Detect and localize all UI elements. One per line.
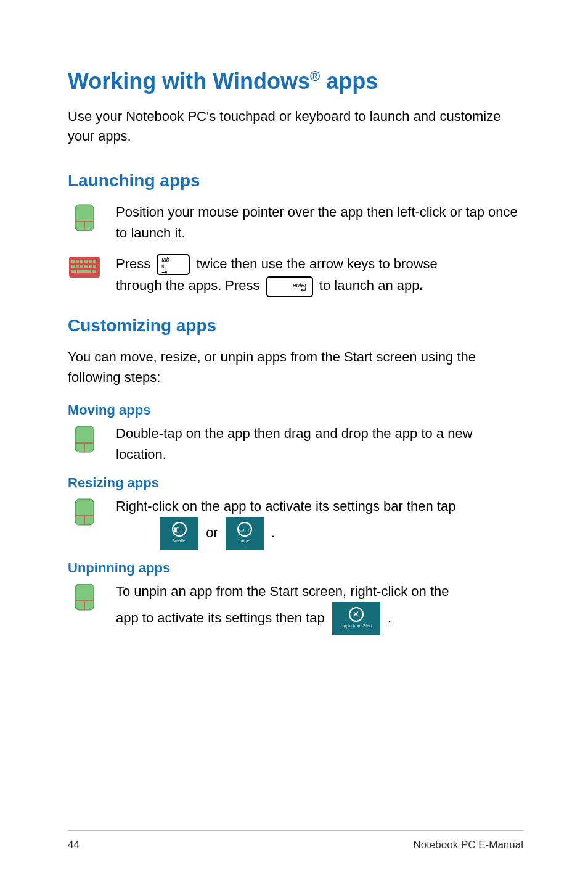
kb-text-1b: twice then use the arrow keys to browse	[192, 256, 437, 271]
touchpad-icon	[68, 581, 101, 611]
smaller-tile-icon: ◧← Smaller	[160, 517, 198, 550]
title-part1: Working with Windows	[68, 68, 310, 94]
unpinning-heading: Unpinning apps	[68, 560, 523, 576]
page-title: Working with Windows® apps	[68, 68, 523, 94]
resizing-text-a: Right-click on the app to activate its s…	[116, 498, 456, 514]
customizing-intro: You can move, resize, or unpin apps from…	[68, 347, 523, 387]
svg-rect-7	[84, 260, 88, 263]
unpinning-period: .	[388, 610, 391, 625]
touchpad-icon	[68, 423, 101, 453]
svg-rect-15	[93, 265, 96, 268]
svg-rect-14	[89, 265, 92, 268]
launching-keyboard-content: Press ⇤⇥ twice then use the arrow keys t…	[116, 254, 523, 297]
resizing-row: Right-click on the app to activate its s…	[68, 496, 523, 550]
unpinning-text-a: To unpin an app from the Start screen, r…	[116, 584, 449, 599]
launching-mouse-row: Position your mouse pointer over the app…	[68, 202, 523, 244]
page-number: 44	[68, 839, 80, 851]
touchpad-icon	[68, 202, 101, 231]
resizing-content: Right-click on the app to activate its s…	[116, 496, 523, 550]
keyboard-icon	[68, 254, 101, 278]
svg-rect-6	[80, 260, 83, 263]
svg-rect-17	[77, 270, 91, 273]
launching-heading: Launching apps	[68, 171, 523, 191]
unpinning-text-b: app to activate its settings then tap	[116, 610, 329, 625]
moving-row: Double-tap on the app then drag and drop…	[68, 423, 523, 465]
svg-rect-8	[89, 260, 92, 263]
svg-rect-11	[76, 265, 79, 268]
unpinning-content: To unpin an app from the Start screen, r…	[116, 581, 523, 635]
tab-key-icon: ⇤⇥	[157, 254, 190, 275]
kb-text-1a: Press	[116, 256, 154, 271]
unpin-tile-icon: ✕ Unpin from Start	[332, 602, 380, 635]
kb-text-2a: through the apps. Press	[116, 278, 264, 293]
kb-period: .	[420, 278, 423, 293]
svg-rect-9	[93, 260, 96, 263]
svg-rect-12	[80, 265, 83, 268]
customizing-heading: Customizing apps	[68, 316, 523, 336]
page-footer: 44 Notebook PC E-Manual	[68, 830, 523, 851]
svg-rect-18	[92, 270, 96, 273]
touchpad-icon	[68, 496, 101, 526]
footer-label: Notebook PC E-Manual	[413, 839, 523, 851]
enter-key-icon: ↵	[266, 276, 313, 297]
svg-rect-5	[76, 260, 79, 263]
resizing-period: .	[271, 525, 275, 540]
larger-tile-icon: ▭→ Larger	[226, 517, 264, 550]
intro-paragraph: Use your Notebook PC's touchpad or keybo…	[68, 107, 523, 146]
resizing-or: or	[206, 525, 222, 540]
moving-heading: Moving apps	[68, 402, 523, 418]
registered-symbol: ®	[310, 68, 320, 84]
svg-rect-16	[71, 270, 76, 273]
svg-rect-4	[71, 260, 75, 263]
launching-mouse-text: Position your mouse pointer over the app…	[116, 202, 523, 244]
launching-keyboard-row: Press ⇤⇥ twice then use the arrow keys t…	[68, 254, 523, 297]
resizing-heading: Resizing apps	[68, 475, 523, 491]
moving-text: Double-tap on the app then drag and drop…	[116, 423, 523, 465]
title-part2: apps	[320, 68, 378, 94]
svg-rect-13	[84, 265, 88, 268]
unpinning-row: To unpin an app from the Start screen, r…	[68, 581, 523, 635]
kb-text-2b: to launch an app	[316, 278, 420, 293]
svg-rect-10	[71, 265, 75, 268]
